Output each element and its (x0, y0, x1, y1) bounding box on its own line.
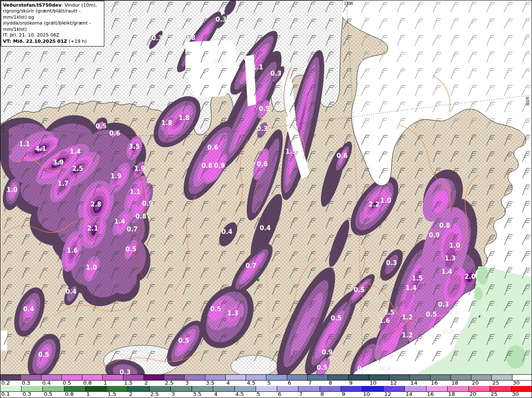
precip-value-label: 0.5 (317, 364, 328, 371)
scale-tick-label: 8 (320, 391, 324, 397)
precip-value-label: 0.7 (357, 365, 369, 373)
precip-value-label: 0.3 (120, 369, 131, 374)
precip-value-label: 0.5 (126, 246, 137, 253)
scale-tick-label: 1 (103, 380, 107, 386)
precip-value-label: 0.4 (260, 224, 271, 232)
precip-value-label: 1.1 (252, 64, 264, 71)
precip-value-label: 0.4 (23, 305, 34, 313)
precip-value-label: 0.5 (38, 351, 49, 359)
lat-label-left: 66N (1, 124, 5, 133)
precip-value-label: 1.8 (161, 119, 172, 127)
weather-map-frame: 15W 66N 66N 0.30.30.80.40.71.10.31.81.80… (0, 0, 532, 398)
precip-value-label: 1.0 (449, 242, 461, 249)
precip-value-label: 1.1 (130, 188, 141, 196)
precip-value-label: 0.9 (322, 349, 333, 356)
scale-tick-label: 2 (128, 391, 132, 397)
scale-tick-label: 14 (405, 391, 413, 397)
precip-value-label: 1.7 (58, 180, 69, 187)
scale-tick-label: 25 (492, 380, 500, 386)
scale-tick-label: 1.5 (123, 380, 133, 386)
lon-label-15w: 15W (344, 1, 353, 6)
precip-value-label: 1.0 (380, 197, 392, 204)
precip-value-label: 1.5 (412, 275, 423, 282)
scale-tick-label: 14 (410, 380, 418, 386)
scale-tick-label: 0.4 (41, 380, 51, 386)
precip-value-label: 1.2 (402, 314, 413, 321)
precip-value-label: 2.8 (91, 201, 102, 208)
scale-tick-label: 25 (490, 391, 498, 397)
scale-tick-label: 30 (512, 380, 520, 386)
scale-tick-label: 12 (384, 391, 392, 397)
precip-value-label: 0.5 (443, 328, 455, 335)
scale-tick-label: 0.3 (22, 391, 31, 397)
precip-value-label: 1.3 (445, 255, 456, 262)
scale-tick-label: 1 (86, 391, 90, 397)
precip-value-label: 0.4 (214, 58, 225, 66)
precip-value-label: 3.9 (53, 159, 64, 166)
precip-value-label: 0.4 (66, 288, 77, 295)
precip-value-label: 1.4 (406, 284, 417, 292)
scale-tick-label: 3.5 (205, 380, 214, 386)
precip-value-label: 0.5 (475, 311, 487, 318)
precip-value-label: 1.0 (7, 186, 18, 194)
scale-tick-label: 9 (348, 380, 352, 386)
init-time: IT: þri. 21. 10. 2025 06Z (3, 32, 102, 38)
precip-value-label: 1.5 (286, 148, 297, 155)
precip-value-label: 0.8 (439, 222, 451, 229)
precip-value-label: 0.9 (142, 200, 153, 207)
scale-tick-label: 20 (471, 380, 479, 386)
precip-value-label: 0.5 (449, 309, 461, 316)
map-area: 15W 66N 66N 0.30.30.80.40.71.10.31.81.80… (0, 0, 532, 374)
scale-tick-label: 0.5 (43, 391, 52, 397)
scale-tick-label: 18 (451, 380, 458, 386)
iceland-precip-wind-map: 15W 66N 66N (0, 0, 532, 374)
precip-value-label: 0.3 (216, 16, 227, 23)
precip-value-label: 1.4 (441, 268, 453, 275)
scale-tick-label: 5 (266, 380, 271, 386)
precip-value-label: 0.8 (202, 162, 213, 170)
precip-value-label: 0.3 (152, 34, 163, 42)
precip-value-label: 1.8 (179, 114, 190, 122)
precip-value-label: 0.6 (337, 152, 348, 160)
rain-scale-labels: 0.10.30.50.811.522.533.544.5567891012141… (0, 392, 532, 398)
precip-value-label: 0.6 (207, 144, 219, 151)
title-box: Veðurstofan/IS750dev: Vindur (10m), rign… (1, 1, 104, 47)
precip-value-label: 0.8 (185, 34, 196, 42)
scale-tick-label: 8 (328, 380, 332, 386)
scale-tick-label: 10 (369, 380, 377, 386)
precip-value-label: 1.4 (70, 148, 81, 155)
precip-value-label: 0.6 (257, 160, 268, 168)
scale-tick-label: 0.1 (0, 391, 10, 397)
scale-tick-label: 0.3 (21, 380, 30, 386)
scale-tick-label: 0.5 (62, 380, 71, 386)
precip-value-label: 1.6 (379, 317, 390, 324)
precip-value-label: 0.5 (210, 305, 222, 313)
precip-value-label: 0.3 (257, 125, 268, 133)
scale-tick-label: 16 (430, 380, 438, 386)
scale-tick-label: 6 (287, 380, 291, 386)
precip-value-label: 0.9 (429, 231, 440, 239)
precip-value-label: 2.2 (369, 201, 380, 208)
title-line-3: slydda/snjókoma (grátt/bleikt/grænt - mm… (3, 20, 102, 32)
precip-value-label: 0.3 (271, 70, 282, 77)
precip-value-label: 0.7 (243, 54, 254, 62)
title-line-1: Veðurstofan/IS750dev: Vindur (10m), (3, 2, 102, 8)
precip-value-label: 1.2 (402, 332, 413, 339)
valid-time: VT: Mið. 22.10.2025 01Z (+19 h) (3, 39, 102, 44)
precip-value-label: 1.4 (114, 218, 126, 225)
scale-tick-label: 12 (389, 380, 397, 386)
scale-tick-label: 30 (511, 391, 519, 397)
precip-value-label: 0.5 (178, 337, 190, 344)
precip-value-label: 4.1 (35, 145, 47, 152)
precip-value-label: 0.6 (109, 130, 121, 137)
scale-tick-label: 10 (362, 391, 370, 397)
scale-tick-label: 7 (307, 380, 311, 386)
precip-value-label: 0.5 (259, 105, 270, 113)
scale-tick-label: 20 (468, 391, 476, 397)
snow-scale-labels: 0.20.30.40.50.811.522.533.544.5567891012… (0, 381, 532, 386)
scale-tick-label: 4.5 (246, 380, 256, 386)
precip-value-label: 2.5 (72, 165, 84, 172)
precip-value-label: 1.0 (86, 264, 97, 271)
precip-value-label: 0.4 (222, 228, 233, 236)
scale-tick-label: 0.8 (64, 391, 74, 397)
